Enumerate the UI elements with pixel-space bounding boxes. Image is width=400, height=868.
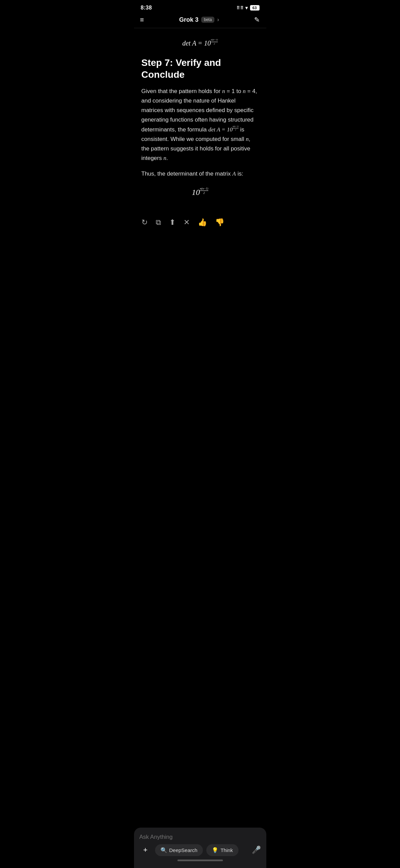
nav-bar: ≡ Grok 3 beta › ✎ xyxy=(134,13,266,28)
status-icons: ⠿ ⠿ ▾ 63 xyxy=(236,5,260,11)
hamburger-menu-icon[interactable]: ≡ xyxy=(140,16,144,24)
step-heading: Step 7: Verify and Conclude xyxy=(141,57,259,80)
thumbs-down-icon[interactable]: 👎 xyxy=(215,218,224,227)
nav-center: Grok 3 beta › xyxy=(179,16,219,23)
thumbs-up-icon[interactable]: 👍 xyxy=(198,218,207,227)
status-bar: 8:38 ⠿ ⠿ ▾ 63 xyxy=(134,0,266,13)
share-icon[interactable]: ⬆ xyxy=(169,218,175,227)
refresh-icon[interactable]: ↻ xyxy=(141,218,148,227)
main-content: det A = 10n(n−1)2 Step 7: Verify and Con… xyxy=(134,28,266,213)
signal-icon: ⠿ ⠿ xyxy=(236,5,244,11)
nav-chevron-icon[interactable]: › xyxy=(217,17,219,23)
nav-title: Grok 3 xyxy=(179,16,198,23)
action-bar: ↻ ⧉ ⬆ ✕ 👍 👎 xyxy=(134,213,266,234)
battery-indicator: 63 xyxy=(250,5,260,11)
top-formula: det A = 10n(n−1)2 xyxy=(141,38,259,47)
copy-icon[interactable]: ⧉ xyxy=(156,218,161,227)
beta-badge: beta xyxy=(201,17,214,23)
wifi-icon: ▾ xyxy=(245,5,248,11)
body-text: Given that the pattern holds for n = 1 t… xyxy=(141,87,259,163)
status-time: 8:38 xyxy=(141,5,152,11)
close-icon[interactable]: ✕ xyxy=(184,218,190,227)
edit-icon[interactable]: ✎ xyxy=(254,16,260,24)
thus-text: Thus, the determinant of the matrix A is… xyxy=(141,169,259,179)
large-formula: 10n(n−1)2 xyxy=(141,187,259,197)
